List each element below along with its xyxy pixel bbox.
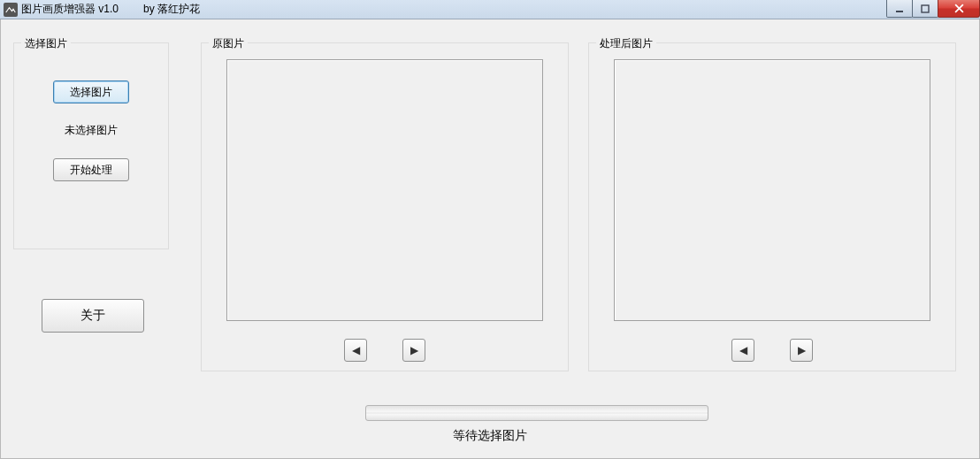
progress-bar [365, 405, 708, 421]
window-controls [887, 0, 980, 18]
client-area: 选择图片 选择图片 未选择图片 开始处理 关于 原图片 ◀ ▶ 处理后图片 ◀ … [0, 19, 980, 459]
processed-arrow-row: ◀ ▶ [589, 339, 955, 362]
status-label: 等待选择图片 [1, 428, 979, 444]
processed-image-group: 处理后图片 ◀ ▶ [588, 42, 956, 371]
window-title: 图片画质增强器 v1.0 [21, 2, 119, 17]
original-prev-button[interactable]: ◀ [344, 339, 367, 362]
processed-image-group-label: 处理后图片 [596, 36, 656, 51]
original-next-button[interactable]: ▶ [402, 339, 425, 362]
original-image-group: 原图片 ◀ ▶ [201, 42, 569, 371]
start-process-button[interactable]: 开始处理 [53, 158, 129, 181]
titlebar: 图片画质增强器 v1.0 by 落红护花 [0, 0, 980, 19]
svg-rect-1 [922, 5, 929, 12]
processed-next-button[interactable]: ▶ [790, 339, 813, 362]
svg-rect-0 [896, 11, 903, 12]
no-selection-label: 未选择图片 [14, 123, 168, 138]
original-arrow-row: ◀ ▶ [202, 339, 568, 362]
about-button[interactable]: 关于 [42, 299, 144, 333]
original-image-group-label: 原图片 [209, 36, 248, 51]
minimize-button[interactable] [886, 0, 913, 18]
svg-line-3 [955, 4, 963, 12]
window-author: by 落红护花 [143, 2, 200, 17]
app-icon [4, 3, 18, 17]
original-image-well [226, 59, 543, 321]
arrow-left-icon: ◀ [352, 344, 360, 356]
processed-image-well [614, 59, 930, 321]
maximize-button[interactable] [912, 0, 938, 18]
select-image-button[interactable]: 选择图片 [53, 80, 129, 103]
svg-line-2 [955, 4, 963, 12]
select-image-group: 选择图片 选择图片 未选择图片 开始处理 [13, 42, 169, 249]
arrow-right-icon: ▶ [410, 344, 418, 356]
close-button[interactable] [938, 0, 980, 18]
arrow-right-icon: ▶ [798, 344, 806, 356]
arrow-left-icon: ◀ [739, 344, 747, 356]
processed-prev-button[interactable]: ◀ [731, 339, 754, 362]
select-image-group-label: 选择图片 [21, 36, 71, 51]
